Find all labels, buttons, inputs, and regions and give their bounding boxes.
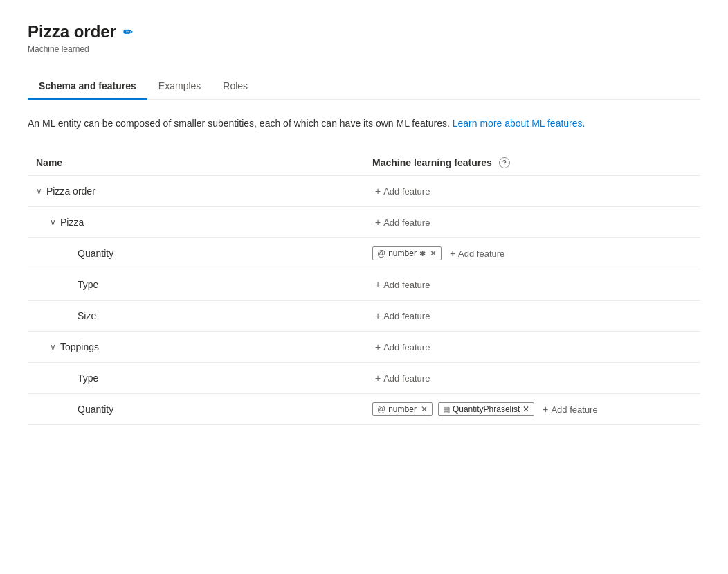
plus-icon: +	[450, 248, 455, 259]
feature-name: number	[388, 404, 417, 414]
table-row: Type+Add feature	[28, 269, 700, 301]
tab-roles[interactable]: Roles	[212, 73, 259, 100]
entity-name: Size	[78, 310, 96, 321]
tab-examples[interactable]: Examples	[147, 73, 212, 100]
list-icon: ▤	[443, 405, 450, 414]
tab-bar: Schema and features Examples Roles	[28, 73, 700, 100]
entity-feature-tag: @number✕	[372, 402, 433, 416]
edit-icon[interactable]: ✏	[123, 26, 132, 39]
entity-name: Quantity	[78, 248, 113, 259]
add-feature-button[interactable]: +Add feature	[447, 246, 507, 260]
page-title-text: Pizza order	[28, 22, 116, 42]
table-row: ∨Pizza order+Add feature	[28, 176, 700, 207]
plus-icon: +	[375, 279, 381, 290]
add-feature-button[interactable]: +Add feature	[372, 309, 433, 323]
add-feature-label: Add feature	[383, 217, 430, 228]
col-header-name: Name	[28, 150, 364, 176]
chevron-icon[interactable]: ∨	[50, 217, 56, 227]
at-icon: @	[377, 249, 385, 258]
table-row: Size+Add feature	[28, 301, 700, 332]
page-title-area: Pizza order ✏	[28, 22, 700, 42]
entity-name: Toppings	[60, 341, 99, 352]
feature-name: number	[388, 249, 417, 258]
remove-feature-icon[interactable]: ✕	[421, 404, 428, 414]
entity-name: Quantity	[78, 404, 113, 415]
plus-icon: +	[375, 373, 381, 384]
chevron-icon[interactable]: ∨	[50, 342, 56, 352]
plus-icon: +	[375, 186, 381, 197]
add-feature-label: Add feature	[383, 342, 430, 352]
plus-icon: +	[375, 217, 381, 228]
add-feature-label: Add feature	[383, 186, 430, 197]
entity-name: Pizza	[60, 217, 84, 228]
at-icon: @	[377, 404, 385, 414]
add-feature-label: Add feature	[383, 311, 430, 321]
chevron-icon[interactable]: ∨	[36, 186, 42, 196]
add-feature-button[interactable]: +Add feature	[372, 184, 433, 198]
add-feature-button[interactable]: +Add feature	[372, 278, 433, 292]
phraselist-name: QuantityPhraselist	[453, 404, 520, 414]
col-header-features: Machine learning features ?	[364, 150, 700, 176]
entity-name: Type	[78, 279, 98, 290]
tab-schema-features[interactable]: Schema and features	[28, 73, 147, 100]
help-icon[interactable]: ?	[499, 157, 510, 168]
add-feature-label: Add feature	[383, 373, 430, 384]
remove-feature-icon[interactable]: ✕	[430, 249, 437, 258]
entity-name: Pizza order	[46, 186, 95, 197]
table-row: ∨Toppings+Add feature	[28, 332, 700, 363]
add-feature-button[interactable]: +Add feature	[372, 340, 433, 354]
learn-more-link[interactable]: Learn more about ML features.	[453, 118, 585, 129]
remove-phraselist-icon[interactable]: ✕	[522, 404, 529, 414]
add-feature-label: Add feature	[551, 404, 597, 415]
add-feature-label: Add feature	[383, 280, 430, 290]
table-row: ∨Pizza+Add feature	[28, 207, 700, 238]
table-row: Type+Add feature	[28, 363, 700, 394]
table-row: Quantity@number✕▤QuantityPhraselist✕+Add…	[28, 394, 700, 425]
schema-table: Name Machine learning features ? ∨Pizza …	[28, 150, 700, 425]
description-text: An ML entity can be composed of smaller …	[28, 116, 700, 131]
table-row: Quantity@number✱✕+Add feature	[28, 238, 700, 269]
star-icon[interactable]: ✱	[419, 249, 426, 258]
plus-icon: +	[375, 341, 381, 352]
page-subtitle: Machine learned	[28, 44, 700, 54]
plus-icon: +	[543, 404, 548, 415]
add-feature-button[interactable]: +Add feature	[372, 371, 433, 385]
add-feature-button[interactable]: +Add feature	[372, 215, 433, 229]
add-feature-label: Add feature	[458, 249, 504, 259]
plus-icon: +	[375, 310, 381, 321]
phraselist-feature-tag: ▤QuantityPhraselist✕	[438, 402, 534, 416]
entity-feature-tag: @number✱✕	[372, 246, 442, 260]
entity-name: Type	[78, 373, 98, 384]
add-feature-button[interactable]: +Add feature	[540, 402, 600, 416]
